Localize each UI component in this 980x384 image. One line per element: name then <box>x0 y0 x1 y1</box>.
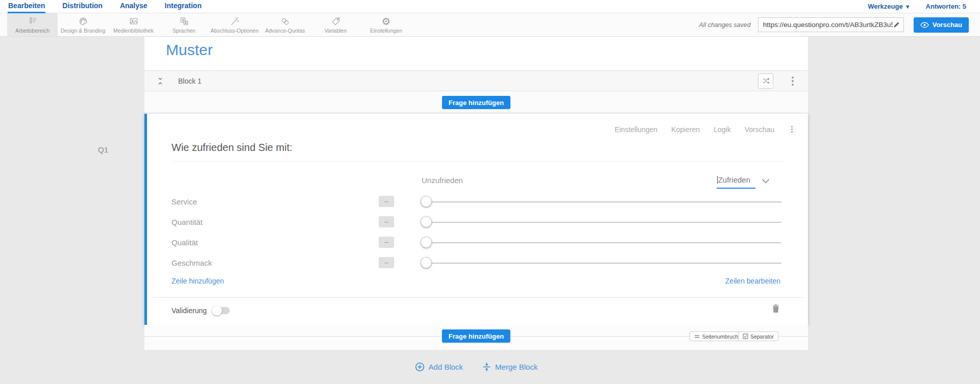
toolbar-item-label: Design & Branding <box>61 28 106 34</box>
survey-url-box <box>758 17 904 32</box>
eye-icon <box>920 21 929 29</box>
tag-icon <box>331 16 341 27</box>
block-footer: Frage hinzufügen Seitenumbruch Separator <box>144 325 808 350</box>
add-row-link[interactable]: Zeile hinzufügen <box>172 277 224 285</box>
toolbar-item-label: Abschluss-Optionen <box>211 28 259 34</box>
page-break-button[interactable]: Seitenumbruch <box>690 331 743 341</box>
row-slider[interactable] <box>423 252 781 273</box>
question-row-service: Service -- <box>147 191 808 212</box>
editor-toolbar: Arbeitsbereich Design & Branding Medienb… <box>0 13 980 37</box>
scale-right-label: Zufrieden <box>718 175 750 184</box>
question-menu-einstellungen[interactable]: Einstellungen <box>615 125 657 134</box>
collapse-block-icon[interactable] <box>156 76 165 86</box>
validation-row: Validierung <box>172 306 230 315</box>
nav-tab-distribution[interactable]: Distribution <box>62 0 103 13</box>
question-footer-divider <box>152 297 803 298</box>
slider-handle[interactable] <box>421 237 432 248</box>
plus-circle-icon <box>415 362 425 372</box>
chevron-down-icon[interactable] <box>762 177 770 186</box>
saved-status: All changes saved <box>699 21 750 29</box>
question-title[interactable]: Wie zufrieden sind Sie mit: <box>172 142 786 162</box>
toolbar-item-label: Einstellungen <box>370 28 402 34</box>
nav-tab-integration[interactable]: Integration <box>164 0 202 13</box>
question-menu-kopieren[interactable]: Kopieren <box>671 125 700 134</box>
add-question-strip-top: Frage hinzufügen <box>144 91 808 114</box>
toolbar-item-design-branding[interactable]: Design & Branding <box>58 13 108 36</box>
nav-tab-analyse[interactable]: Analyse <box>119 0 148 13</box>
toolbar-item-arbeitsbereich[interactable]: Arbeitsbereich <box>7 13 58 36</box>
row-value-box[interactable]: -- <box>379 257 394 268</box>
question-menu: Einstellungen Kopieren Logik Vorschau <box>615 125 796 134</box>
scale-right-field[interactable]: Zufrieden <box>717 175 755 189</box>
toolbar-item-einstellungen[interactable]: ⚙ Einstellungen <box>361 13 411 36</box>
add-block-label: Add Block <box>429 363 463 371</box>
edit-rows-link[interactable]: Zeilen bearbeiten <box>725 277 780 285</box>
row-value-box[interactable]: -- <box>379 196 394 207</box>
question-code: Q1 <box>98 145 108 154</box>
question-row-geschmack: Geschmack -- <box>147 252 808 273</box>
survey-card: Muster Block 1 Frage hinzufügen Q1 Einst… <box>144 37 808 350</box>
block-header: Block 1 <box>144 70 808 91</box>
magic-wand-icon <box>230 16 240 27</box>
slider-handle[interactable] <box>421 216 432 227</box>
toolbar-item-abschluss-optionen[interactable]: Abschluss-Optionen <box>209 13 260 36</box>
toolbar-item-label: Sprachen <box>173 28 195 34</box>
nav-tab-bearbeiten[interactable]: Bearbeiten <box>8 0 45 13</box>
add-question-button-bottom[interactable]: Frage hinzufügen <box>442 329 510 343</box>
validation-label: Validierung <box>172 306 207 315</box>
editor-content: Muster Block 1 Frage hinzufügen Q1 Einst… <box>0 37 980 384</box>
page-break-label: Seitenumbruch <box>702 334 738 340</box>
row-label[interactable]: Qualität <box>172 238 198 247</box>
separator-label: Separator <box>750 334 774 340</box>
block-name[interactable]: Block 1 <box>178 77 202 85</box>
row-label[interactable]: Quantität <box>172 218 203 226</box>
caret-down-icon: ▼ <box>905 4 911 10</box>
trash-icon[interactable] <box>772 303 780 315</box>
validation-toggle[interactable] <box>213 307 230 314</box>
block-actions: Add Block Merge Block <box>144 362 808 372</box>
survey-url-input[interactable] <box>763 21 893 29</box>
row-slider[interactable] <box>423 212 781 232</box>
question-menu-vorschau[interactable]: Vorschau <box>745 125 774 134</box>
separator-button[interactable]: Separator <box>738 331 778 341</box>
toolbar-item-variablen[interactable]: Variablen <box>310 13 361 36</box>
survey-title[interactable]: Muster <box>144 37 808 70</box>
shuffle-block-button[interactable] <box>758 73 773 89</box>
add-block-link[interactable]: Add Block <box>415 362 463 372</box>
toolbar-item-advance-quotas[interactable]: Advance-Quotas <box>260 13 310 36</box>
preview-button-label: Vorschau <box>933 21 962 29</box>
row-slider[interactable] <box>423 232 781 252</box>
question-menu-kebab-icon[interactable] <box>788 125 796 134</box>
block-menu-kebab-icon[interactable] <box>789 75 797 87</box>
languages-icon <box>179 16 189 27</box>
slider-handle[interactable] <box>421 196 432 207</box>
chain-link-icon <box>280 16 290 27</box>
tools-menu[interactable]: Werkzeuge▼ <box>868 3 910 10</box>
toolbar-item-sprachen[interactable]: Sprachen <box>159 13 209 36</box>
text-cursor <box>717 176 718 184</box>
merge-block-link[interactable]: Merge Block <box>482 362 537 372</box>
workspace-icon <box>28 16 38 27</box>
media-library-icon <box>129 16 139 27</box>
toolbar-item-medienbibliothek[interactable]: Medienbibliothek <box>108 13 159 36</box>
top-nav: Bearbeiten Distribution Analyse Integrat… <box>0 0 980 13</box>
row-value-box[interactable]: -- <box>379 216 394 227</box>
scale-left-label[interactable]: Unzufrieden <box>422 176 463 185</box>
responses-count[interactable]: Antworten: 5 <box>926 3 966 10</box>
row-value-box[interactable]: -- <box>379 237 394 248</box>
add-question-button-top[interactable]: Frage hinzufügen <box>442 96 510 109</box>
toolbar-item-label: Arbeitsbereich <box>15 28 50 34</box>
edit-url-pencil-icon[interactable] <box>893 21 900 29</box>
palette-icon <box>78 16 88 27</box>
question-menu-logik[interactable]: Logik <box>714 125 730 134</box>
row-label[interactable]: Service <box>172 197 197 206</box>
preview-button[interactable]: Vorschau <box>914 17 969 33</box>
separator-icon <box>743 334 748 339</box>
tools-menu-label: Werkzeuge <box>868 3 902 10</box>
question-card: Q1 Einstellungen Kopieren Logik Vorschau… <box>144 114 808 325</box>
page-break-icon <box>694 334 700 339</box>
row-label[interactable]: Geschmack <box>172 259 212 267</box>
question-rows: Service -- Quantität -- Qualität -- Gesc… <box>147 191 808 273</box>
row-slider[interactable] <box>423 191 781 212</box>
slider-handle[interactable] <box>421 257 432 268</box>
